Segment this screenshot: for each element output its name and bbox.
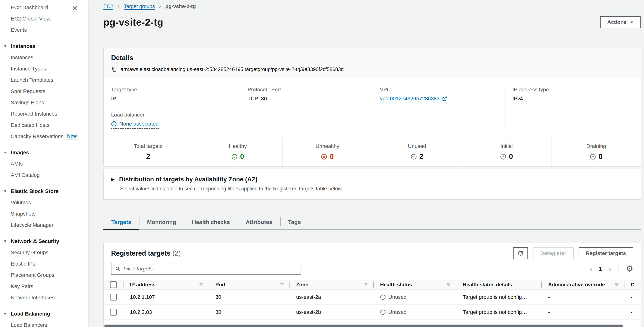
tab-monitoring[interactable]: Monitoring (139, 215, 184, 229)
sidebar-item-label: Dedicated Hosts (11, 122, 49, 128)
sidebar-item-dedicated-hosts[interactable]: Dedicated Hosts (0, 120, 88, 131)
column-label: IP address (130, 282, 156, 288)
health-status-text: Unused (388, 294, 406, 300)
sidebar-item-label: Network Interfaces (11, 295, 54, 301)
chevron-left-icon: ‹ (590, 264, 593, 273)
sidebar-item-volumes[interactable]: Volumes (0, 197, 88, 208)
sidebar-section-header-network-security[interactable]: ▼ Network & Security (0, 236, 88, 247)
sidebar-item-network-interfaces[interactable]: Network Interfaces (0, 292, 88, 303)
sidebar-item-label: Load Balancers (11, 322, 47, 327)
sidebar-item-instances[interactable]: Instances (0, 52, 88, 63)
sort-icon[interactable] (364, 282, 368, 287)
sidebar-item-elastic-ips[interactable]: Elastic IPs (0, 258, 88, 270)
column-header-zone[interactable]: Zone (290, 280, 374, 290)
tab-bar: Targets Monitoring Health checks Attribu… (104, 215, 641, 230)
sidebar-section-header-images[interactable]: ▼ Images (0, 147, 88, 158)
filter-box (111, 263, 301, 275)
az-distribution-expander[interactable]: ▶ Distribution of targets by Availabilit… (111, 176, 633, 183)
field-value: TCP: 80 (248, 96, 364, 102)
sidebar-item-spot-requests[interactable]: Spot Requests (0, 86, 88, 97)
breadcrumb-link-target-groups[interactable]: Target groups (124, 4, 155, 10)
breadcrumb: EC2 › Target groups › pg-vsite-2-tg (104, 2, 641, 10)
select-all-checkbox[interactable] (110, 281, 117, 288)
next-page-button[interactable]: › (608, 264, 611, 273)
sidebar-section-header-load-balancing[interactable]: ▼ Load Balancing (0, 308, 88, 320)
sidebar-item-reserved-instances[interactable]: Reserved Instances (0, 108, 88, 120)
chevron-down-icon: ▼ (630, 20, 634, 24)
clock-icon (500, 154, 506, 160)
field-target-type: Target type IP (111, 87, 232, 102)
external-link-icon (442, 96, 447, 101)
column-header-health-status[interactable]: Health status (373, 280, 456, 290)
tab-tags[interactable]: Tags (280, 215, 309, 229)
summary-value: 2 (146, 152, 150, 161)
sidebar-item-capacity-reservations[interactable]: Capacity Reservations New (0, 131, 88, 142)
sidebar-item-launch-templates[interactable]: Launch Templates (0, 74, 88, 86)
registered-targets-header: Registered targets (2) Deregister Regist… (104, 247, 641, 259)
sidebar-item-placement-groups[interactable]: Placement Groups (0, 270, 88, 281)
chevron-right-icon: › (159, 3, 161, 10)
sidebar-section-header-ebs[interactable]: ▼ Elastic Block Store (0, 186, 88, 197)
sidebar-item-load-balancers[interactable]: Load Balancers (0, 320, 88, 327)
registered-targets-table: IP address Port Zone Health status (104, 280, 641, 327)
field-value: IPv4 (512, 96, 633, 102)
sidebar-item-instance-types[interactable]: Instance Types (0, 63, 88, 74)
sort-icon[interactable] (446, 282, 451, 287)
sort-icon[interactable] (199, 282, 204, 287)
horizontal-scrollbar (104, 324, 641, 327)
previous-page-button[interactable]: ‹ (590, 264, 593, 273)
tab-targets[interactable]: Targets (104, 215, 139, 229)
field-value: IP (111, 96, 232, 102)
sidebar-item-key-pairs[interactable]: Key Pairs (0, 281, 88, 292)
tab-label: Monitoring (147, 219, 176, 225)
cell-zone: us-east-2a (290, 290, 374, 304)
column-header-health-status-details[interactable]: Health status details (456, 280, 541, 290)
sidebar-item-events[interactable]: Events (0, 24, 88, 36)
copy-icon[interactable] (111, 66, 117, 72)
sidebar-section-load-balancing: ▼ Load Balancing Load Balancers (0, 308, 88, 327)
load-balancer-none-associated-link[interactable]: None associated (111, 121, 159, 129)
row-checkbox[interactable] (110, 294, 117, 300)
sidebar-item-label: Key Pairs (11, 284, 33, 290)
tab-attributes[interactable]: Attributes (238, 215, 280, 229)
column-header-clipped[interactable]: C (624, 280, 641, 290)
cell-ip-address: 10.2.2.83 (123, 305, 208, 320)
column-header-administrative-override[interactable]: Administrative override (541, 280, 624, 290)
sidebar-item-snapshots[interactable]: Snapshots (0, 208, 88, 220)
sidebar-item-ami-catalog[interactable]: AMI Catalog (0, 170, 88, 181)
vpc-link[interactable]: vpc-00127432db7286383 (380, 96, 447, 103)
horizontal-scrollbar-thumb[interactable] (104, 324, 623, 327)
actions-button[interactable]: Actions ▼ (600, 16, 641, 28)
tab-health-checks[interactable]: Health checks (184, 215, 238, 229)
sidebar-item-lifecycle-manager[interactable]: Lifecycle Manager (0, 220, 88, 231)
cell-health-status-details: Target group is not config… (456, 305, 541, 320)
refresh-button[interactable] (513, 247, 528, 259)
sidebar-section-header-instances[interactable]: ▼ Instances (0, 40, 88, 52)
sidebar-section-instances: ▼ Instances Instances Instance Types Lau… (0, 40, 88, 142)
table-settings-button[interactable]: ⚙ (626, 264, 633, 273)
summary-label: Unused (372, 143, 462, 149)
column-header-ip-address[interactable]: IP address (123, 280, 208, 290)
load-balancer-value: None associated (119, 121, 159, 127)
cell-administrative-override: - (541, 305, 624, 320)
new-badge[interactable]: New (67, 134, 77, 140)
deregister-button[interactable]: Deregister (533, 247, 574, 259)
chevron-right-icon: › (118, 3, 120, 10)
sidebar-item-amis[interactable]: AMIs (0, 158, 88, 170)
sidebar-close-button[interactable] (71, 4, 78, 12)
sidebar-item-savings-plans[interactable]: Savings Plans (0, 97, 88, 108)
sidebar-item-security-groups[interactable]: Security Groups (0, 247, 88, 258)
sidebar-section-ebs: ▼ Elastic Block Store Volumes Snapshots … (0, 186, 88, 231)
column-header-port[interactable]: Port (209, 280, 290, 290)
cell-clipped: - (624, 290, 641, 304)
sidebar-item-ec2-global-view[interactable]: EC2 Global View (0, 13, 88, 24)
filter-targets-input[interactable] (124, 266, 297, 272)
az-distribution-heading: Distribution of targets by Availability … (119, 176, 257, 183)
sort-icon[interactable] (280, 282, 284, 287)
summary-initial: Initial 0 (462, 138, 551, 166)
register-targets-button[interactable]: Register targets (578, 247, 633, 259)
row-checkbox[interactable] (110, 309, 117, 316)
caret-down-icon: ▼ (4, 44, 11, 48)
breadcrumb-link-ec2[interactable]: EC2 (104, 4, 113, 10)
sort-icon[interactable] (614, 282, 619, 287)
